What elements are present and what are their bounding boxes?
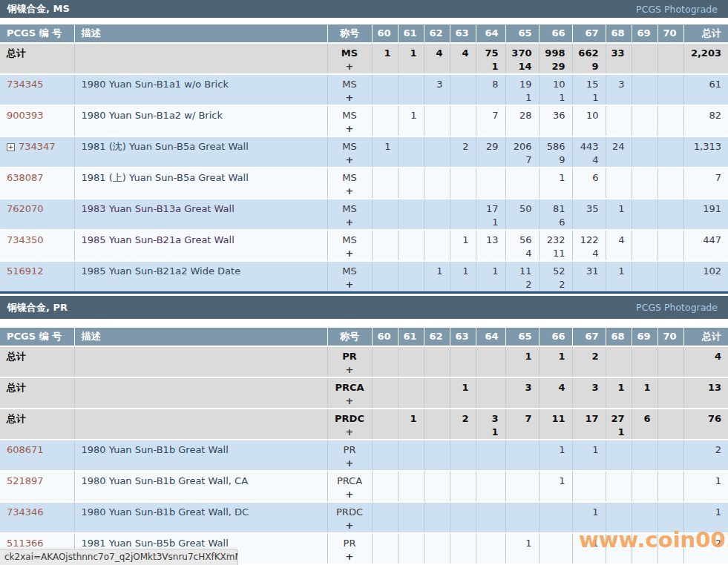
- count-link[interactable]: 1: [592, 506, 598, 518]
- count-link[interactable]: 232: [547, 234, 565, 245]
- count-link[interactable]: 10: [586, 110, 599, 121]
- count-link[interactable]: 1: [410, 110, 416, 121]
- description-link[interactable]: 1985 Yuan Sun-B21a Great Wall: [82, 234, 235, 245]
- description-link[interactable]: 1981 (上) Yuan Sun-B5a Great Wall: [82, 172, 249, 183]
- count-link[interactable]: 56: [519, 234, 532, 245]
- pcgs-number-link[interactable]: 734346: [7, 506, 44, 518]
- count-link[interactable]: 35: [586, 203, 599, 214]
- description-link[interactable]: 1985 Yuan Sun-B21a2 Wide Date: [82, 265, 241, 277]
- pcgs-number-link[interactable]: 734345: [7, 79, 44, 90]
- count-link[interactable]: 28: [519, 110, 532, 121]
- count-link[interactable]: 8: [492, 79, 498, 90]
- plus-count-link[interactable]: 4: [525, 248, 531, 259]
- count-link[interactable]: 29: [486, 141, 499, 152]
- count-link[interactable]: 586: [547, 141, 565, 152]
- count-link[interactable]: 19: [519, 79, 532, 90]
- count-link[interactable]: 1: [618, 265, 624, 277]
- description-link[interactable]: 1980 Yuan Sun-B1b Great Wall, DC: [82, 506, 249, 518]
- count-link[interactable]: 1: [592, 538, 598, 549]
- count-link[interactable]: 24: [612, 141, 625, 152]
- pcgs-number-link[interactable]: 521897: [7, 475, 44, 486]
- count-link[interactable]: 1: [559, 444, 565, 455]
- pcgs-number-link[interactable]: 762070: [7, 203, 44, 214]
- plus-count-link[interactable]: 1: [592, 92, 598, 103]
- row-total-value[interactable]: 7: [715, 172, 721, 183]
- count-link[interactable]: 10: [553, 79, 565, 90]
- description-link[interactable]: 1981 Yuan Sun-B5b Great Wall: [82, 538, 229, 549]
- pcgs-number-link[interactable]: 638087: [7, 172, 44, 183]
- count-link[interactable]: 13: [486, 234, 499, 245]
- plus-count-link[interactable]: 2: [559, 279, 565, 290]
- count-link[interactable]: 6: [592, 172, 598, 183]
- count-link[interactable]: 443: [580, 141, 599, 152]
- row-total-value[interactable]: 1: [715, 506, 721, 518]
- count-link[interactable]: 1: [559, 475, 565, 486]
- description-link[interactable]: 1980 Yuan Sun-B1b Great Wall: [82, 444, 229, 455]
- count-link[interactable]: 122: [580, 234, 599, 245]
- count-link[interactable]: 206: [514, 141, 532, 152]
- plus-count-link[interactable]: 4: [592, 248, 598, 259]
- count-link[interactable]: 1: [462, 265, 468, 277]
- grade-66-count-cell: 36: [539, 105, 572, 136]
- count-link[interactable]: 1: [559, 172, 565, 183]
- photograde-link[interactable]: PCGS Photograde: [636, 4, 718, 15]
- count-link[interactable]: 1: [525, 538, 531, 549]
- count-link[interactable]: 15: [586, 79, 599, 90]
- count-link[interactable]: 17: [486, 203, 499, 214]
- plus-count-link[interactable]: 1: [525, 92, 531, 103]
- description-link[interactable]: 1980 Yuan Sun-B1a1 w/o Brick: [82, 79, 229, 90]
- row-total-value[interactable]: 1: [715, 475, 721, 486]
- pcgs-number-link[interactable]: 734347: [19, 141, 56, 152]
- count-link[interactable]: 1: [384, 141, 390, 152]
- count-link[interactable]: 2: [462, 141, 468, 152]
- count-link[interactable]: 1: [492, 265, 498, 277]
- count-link[interactable]: 4: [618, 234, 624, 245]
- pcgs-number-link[interactable]: 900393: [7, 110, 44, 121]
- plus-count-link[interactable]: 1: [559, 92, 565, 103]
- row-total-value[interactable]: 447: [703, 234, 721, 245]
- designation-label: MS: [328, 78, 372, 91]
- totals-label: 总计: [7, 413, 26, 424]
- row-total-value[interactable]: 102: [703, 265, 721, 277]
- count-link[interactable]: 52: [553, 265, 565, 277]
- count-link[interactable]: 11: [519, 265, 532, 277]
- row-total-value[interactable]: 2: [715, 538, 721, 549]
- count-link[interactable]: 1: [462, 234, 468, 245]
- count-link[interactable]: 81: [553, 203, 565, 214]
- plus-count-link[interactable]: 6: [559, 217, 565, 228]
- grade-62-count-cell: [424, 440, 450, 471]
- row-total-value[interactable]: 82: [709, 110, 721, 121]
- count-link[interactable]: 3: [436, 79, 442, 90]
- count-link[interactable]: 3: [618, 79, 624, 90]
- count-link[interactable]: 31: [586, 265, 599, 277]
- row-total-value[interactable]: 1,313: [694, 141, 721, 152]
- description-link[interactable]: 1980 Yuan Sun-B1b Great Wall, CA: [82, 475, 249, 486]
- description-link[interactable]: 1980 Yuan Sun-B1a2 w/ Brick: [82, 110, 223, 121]
- count-link[interactable]: 50: [519, 203, 532, 214]
- row-total-value[interactable]: 61: [709, 79, 721, 90]
- row-total-value[interactable]: 2: [715, 444, 721, 455]
- grade-66-count-cell: [539, 502, 572, 533]
- description-link[interactable]: 1981 (沈) Yuan Sun-B5a Great Wall: [82, 141, 249, 152]
- plus-count-link[interactable]: 11: [553, 248, 565, 259]
- row-total-value[interactable]: 191: [703, 203, 721, 214]
- pcgs-number-link[interactable]: 516912: [7, 265, 44, 277]
- plus-count-link[interactable]: 7: [525, 154, 531, 165]
- row-total-cell: 102: [683, 261, 728, 293]
- count-link[interactable]: 1: [592, 444, 598, 455]
- count-link[interactable]: 1: [436, 265, 442, 277]
- row-total-cell: 4: [683, 346, 728, 377]
- count-link[interactable]: 1: [618, 203, 624, 214]
- plus-count-link[interactable]: 1: [492, 217, 498, 228]
- photograde-link[interactable]: PCGS Photograde: [636, 302, 718, 313]
- plus-count-link[interactable]: 2: [525, 279, 531, 290]
- count-link[interactable]: 7: [492, 110, 498, 121]
- count-link[interactable]: 36: [553, 110, 565, 121]
- pcgs-number-link[interactable]: 734350: [7, 234, 44, 245]
- description-link[interactable]: 1983 Yuan Sun-B13a Great Wall: [82, 203, 235, 214]
- pcgs-number-link[interactable]: 511366: [7, 538, 44, 549]
- plus-count-link[interactable]: 9: [559, 154, 565, 165]
- expand-icon[interactable]: +: [7, 143, 15, 151]
- plus-count-link[interactable]: 4: [592, 154, 598, 165]
- pcgs-number-link[interactable]: 608671: [7, 444, 44, 455]
